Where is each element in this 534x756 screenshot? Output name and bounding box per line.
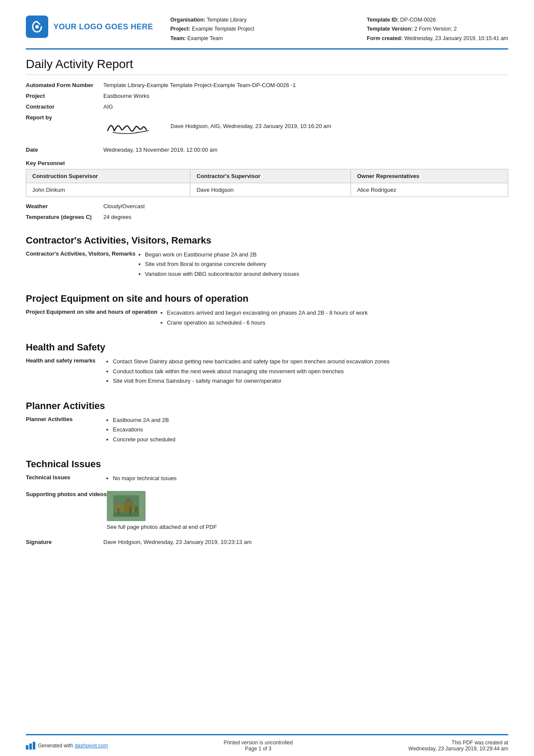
signature-label: Signature <box>26 539 103 545</box>
list-item: No major technical issues <box>113 474 508 483</box>
report-by-text: Dave Hodgson, AIG, Wednesday, 23 January… <box>171 123 331 129</box>
project-field-label: Project <box>26 93 103 99</box>
planner-activities-row: Planner Activities Eastbourne 2A and 2B … <box>26 416 508 445</box>
contractors-activities-label: Contractor's Activities, Visitors, Remar… <box>26 250 136 257</box>
col-owner-representatives: Owner Representatives <box>351 169 508 183</box>
weather-value: Cloudy/Overcast <box>103 203 508 209</box>
contractors-activities-list: Began work on Eastbourne phase 2A and 2B… <box>136 250 508 280</box>
pdf-created-text: This PDF was created at <box>408 740 508 746</box>
list-item: Conduct toolbox talk within the next wee… <box>113 367 508 376</box>
bar3 <box>33 742 35 750</box>
personnel-row: John Dinkum Dave Hodgson Alice Rodriguez <box>26 183 508 197</box>
report-by-value: Dave Hodgson, AIG, Wednesday, 23 January… <box>103 114 508 138</box>
list-item: Crane operation as scheduled - 6 hours <box>167 319 508 327</box>
svg-point-0 <box>35 25 39 28</box>
pdf-created-date: Wednesday, 23 January 2019, 10:29:44 am <box>408 746 508 752</box>
report-by-label: Report by <box>26 114 103 121</box>
supporting-photos-value: See full page photos attached at end of … <box>107 491 508 530</box>
generated-text: Generated with <box>38 743 73 749</box>
template-version-value: 2 Form Version: 2 <box>414 26 457 32</box>
contractors-activities-heading: Contractor's Activities, Visitors, Remar… <box>26 235 508 246</box>
contractor-value: AIG <box>103 103 508 110</box>
project-equipment-list: Excavators arrived and begun excavating … <box>158 309 508 328</box>
page: YOUR LOGO GOES HERE Organisation: Templa… <box>0 0 534 756</box>
health-safety-heading: Health and Safety <box>26 342 508 353</box>
key-personnel-label: Key Personnel <box>26 160 508 166</box>
technical-issues-row: Technical Issues No major technical issu… <box>26 474 508 484</box>
logo-icon <box>26 16 48 38</box>
planner-activities-label: Planner Activities <box>26 416 103 422</box>
svg-rect-9 <box>130 507 131 515</box>
temperature-row: Temperature (degrees C) 24 degrees <box>26 214 508 220</box>
form-created-value: Wednesday, 23 January 2019, 10:15:41 am <box>404 35 508 41</box>
planner-activities-heading: Planner Activities <box>26 400 508 412</box>
col-contractors-supervisor: Contractor's Supervisor <box>190 169 351 183</box>
list-item: Concrete pour scheduled <box>113 435 508 444</box>
contractor-row: Contractor AIG <box>26 103 508 110</box>
footer-logo: Generated with dashpivot.com <box>26 742 108 750</box>
weather-label: Weather <box>26 203 103 209</box>
report-title: Daily Activity Report <box>26 57 508 75</box>
photo-thumbnail <box>107 491 146 521</box>
list-item: Site visit from Emma Sainsbury - safety … <box>113 377 508 385</box>
temperature-label: Temperature (degrees C) <box>26 214 103 220</box>
automated-form-number-label: Automated Form Number <box>26 82 103 88</box>
technical-issues-label: Technical Issues <box>26 474 103 481</box>
dashpivot-link[interactable]: dashpivot.com <box>75 743 108 749</box>
health-safety-list: Contact Steve Daintry about getting new … <box>103 357 508 387</box>
weather-row: Weather Cloudy/Overcast <box>26 203 508 209</box>
project-field-value: Eastbourne Works <box>103 93 508 99</box>
list-item: Variation issue with DBG subcontractor a… <box>145 270 508 278</box>
template-id-label: Template ID: <box>367 17 399 23</box>
col-construction-supervisor: Construction Supervisor <box>26 169 190 183</box>
header-meta: Organisation: Template Library Project: … <box>171 16 367 43</box>
uncontrolled-text: Printed version is uncontrolled <box>224 740 293 746</box>
footer-right: This PDF was created at Wednesday, 23 Ja… <box>408 740 508 752</box>
health-safety-label: Health and safety remarks <box>26 357 103 364</box>
list-item: Eastbourne 2A and 2B <box>113 416 508 425</box>
page-text: Page 1 of 3 <box>224 746 293 752</box>
project-row: Project Eastbourne Works <box>26 93 508 99</box>
technical-issues-heading: Technical Issues <box>26 459 508 470</box>
supporting-photos-label: Supporting photos and videos <box>26 491 107 497</box>
project-value: Example Template Project <box>192 26 255 32</box>
supporting-photos-row: Supporting photos and videos See full pa… <box>26 491 508 530</box>
contractor-label: Contractor <box>26 103 103 110</box>
list-item: Contact Steve Daintry about getting new … <box>113 357 508 366</box>
team-value: Example Team <box>187 35 223 41</box>
construction-supervisor-value: John Dinkum <box>26 183 190 197</box>
list-item: Excavators arrived and begun excavating … <box>167 309 508 317</box>
project-label: Project: <box>171 26 191 32</box>
list-item: Site visit from Boral to organise concre… <box>145 260 508 269</box>
temperature-value: 24 degrees <box>103 214 508 220</box>
team-label: Team: <box>171 35 186 41</box>
project-equipment-label: Project Equipment on site and hours of o… <box>26 309 158 315</box>
bar2 <box>29 744 32 750</box>
date-value: Wednesday, 13 November 2019, 12:00:00 am <box>103 147 508 153</box>
logo-text: YOUR LOGO GOES HERE <box>53 22 153 31</box>
date-row: Date Wednesday, 13 November 2019, 12:00:… <box>26 147 508 153</box>
automated-form-number-value: Template Library-Example Template Projec… <box>103 82 508 88</box>
template-id-value: DP-COM-0026 <box>400 17 436 23</box>
personnel-table: Construction Supervisor Contractor's Sup… <box>26 169 508 197</box>
template-version-label: Template Version: <box>367 26 413 32</box>
svg-rect-7 <box>113 512 139 517</box>
report-by-row: Report by Dave Hodgson, AIG, Wednesday, … <box>26 114 508 138</box>
list-item: Excavations <box>113 425 508 434</box>
org-value: Template Library <box>207 17 246 23</box>
date-label: Date <box>26 147 103 153</box>
project-equipment-heading: Project Equipment on site and hours of o… <box>26 293 508 304</box>
list-item: Began work on Eastbourne phase 2A and 2B <box>145 250 508 259</box>
footer-center: Printed version is uncontrolled Page 1 o… <box>224 740 293 752</box>
technical-issues-list: No major technical issues <box>103 474 508 484</box>
header: YOUR LOGO GOES HERE Organisation: Templa… <box>26 16 508 50</box>
project-equipment-row: Project Equipment on site and hours of o… <box>26 309 508 328</box>
automated-form-number-row: Automated Form Number Template Library-E… <box>26 82 508 88</box>
signature-row: Signature Dave Hodgson, Wednesday, 23 Ja… <box>26 539 508 545</box>
dashpivot-logo-icon <box>26 742 36 750</box>
logo-area: YOUR LOGO GOES HERE <box>26 16 153 38</box>
svg-rect-8 <box>118 508 119 515</box>
planner-activities-list: Eastbourne 2A and 2B Excavations Concret… <box>103 416 508 445</box>
bar1 <box>26 745 28 750</box>
owner-representatives-value: Alice Rodriguez <box>351 183 508 197</box>
